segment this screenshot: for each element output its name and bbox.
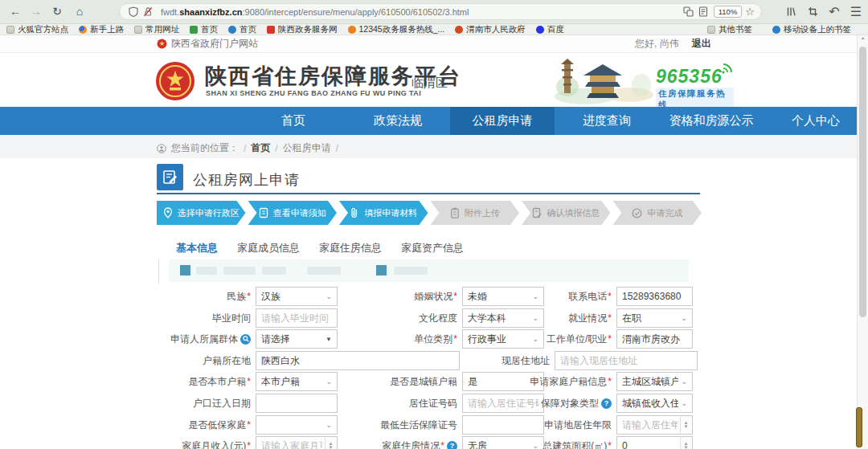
select-家庭住房情况[interactable]: 无房⌄	[462, 436, 544, 449]
number-spinner[interactable]: ▲▼	[680, 437, 691, 449]
location-person-icon	[157, 144, 166, 153]
input-工作单位/职业[interactable]: 渭南市房改办	[616, 329, 693, 349]
reader-mode-icon[interactable]	[696, 5, 710, 19]
field-label: 家庭住房情况*?	[338, 436, 462, 449]
label-text: 家庭住房情况	[382, 439, 440, 449]
number-spinner[interactable]: ▲▼	[325, 437, 336, 449]
field-value: 请选择	[261, 333, 323, 346]
greeting-text: 您好, 尚伟	[635, 37, 679, 51]
bookmark-item[interactable]: 12345政务服务热线_...	[348, 24, 445, 35]
check-circle-icon	[632, 208, 642, 218]
banner-checkbox-icon[interactable]	[180, 265, 190, 276]
number-spinner[interactable]: ▲▼	[680, 416, 691, 434]
menu-icon[interactable]: ☰	[849, 4, 863, 18]
form-row: 是否低保家庭*⌄最低生活保障证号申请地居住年限请输入居住年限▲▼	[157, 415, 693, 435]
field-label: 文化程度	[338, 308, 462, 328]
bookmark-star-icon[interactable]: ☆	[745, 6, 755, 18]
label-text: 现居住地址	[502, 354, 550, 368]
input-居住证号码[interactable]: 请输入居住证号码	[462, 394, 544, 413]
portal-link[interactable]: 陕西省政府门户网站	[157, 37, 258, 51]
url-bar[interactable]: fwdt.shaanxizfbz.cn:9080/intercept/ensur…	[119, 3, 762, 20]
question-help-icon[interactable]: ?	[601, 398, 612, 409]
breadcrumb-home[interactable]: 首页	[251, 141, 270, 155]
bookmark-item[interactable]: 常用网址	[134, 24, 179, 35]
shield-icon[interactable]	[126, 5, 141, 19]
select-保障对象类型[interactable]: 城镇低收入住房困难家⌄	[616, 394, 693, 413]
bookmark-item[interactable]: 陕西政务服务网	[267, 24, 338, 35]
input-户籍所在地[interactable]: 陕西白水	[256, 351, 460, 370]
nav-item-4[interactable]: 进度查询	[555, 107, 659, 135]
hotline-number: 965356	[656, 66, 723, 88]
form-tabs: 基本信息家庭成员信息家庭住房信息家庭资产信息	[176, 241, 464, 255]
chevron-down-icon: ⌄	[532, 442, 538, 449]
select-就业情况[interactable]: 在职⌄	[616, 308, 693, 328]
tab-3[interactable]: 家庭住房信息	[319, 241, 382, 255]
form-row: 户籍所在地陕西白水现居住地址请输入现居住地址	[157, 351, 698, 370]
reload-icon[interactable]: ↻	[48, 2, 66, 20]
nav-item-3[interactable]: 公租房申请	[450, 107, 555, 135]
bookmark-item[interactable]: 火狐官方站点	[6, 24, 68, 35]
field-value: 请输入居住证号码	[468, 397, 538, 410]
input-申请地居住年限[interactable]: 请输入居住年限▲▼	[616, 415, 693, 435]
translate-icon[interactable]	[682, 5, 696, 19]
library-icon[interactable]	[784, 4, 798, 18]
tab-4[interactable]: 家庭资产信息	[401, 241, 464, 255]
site-red-icon	[267, 26, 275, 34]
input-最低生活保障证号[interactable]	[462, 415, 544, 435]
undo-arrow-icon[interactable]: ↶	[827, 4, 841, 18]
nav-item-5[interactable]: 资格和房源公示	[659, 107, 764, 135]
select-申请人所属群体[interactable]: 请选择▼	[256, 329, 338, 349]
vertical-scrollbar[interactable]: ⌃	[857, 35, 868, 449]
scroll-up-arrow[interactable]: ⌃	[858, 35, 868, 46]
bookmark-item[interactable]: 百度	[536, 24, 564, 35]
nav-item-2[interactable]: 政策法规	[346, 107, 450, 135]
scrollbar-thumb[interactable]	[859, 47, 866, 317]
forward-icon[interactable]: →	[27, 2, 45, 20]
bookmark-item[interactable]: 渭南市人民政府	[455, 24, 526, 35]
select-是否低保家庭[interactable]: ⌄	[256, 415, 338, 435]
input-现居住地址[interactable]: 请输入现居住地址	[555, 351, 698, 370]
field-label: 保障对象类型?	[544, 394, 616, 413]
bookmark-item[interactable]: 其他书签	[707, 24, 752, 35]
logout-button[interactable]: 退出	[692, 37, 711, 51]
banner-checkbox-icon[interactable]	[376, 265, 387, 276]
zoom-level-chip[interactable]: 110%	[714, 6, 743, 18]
field-label: 现居住地址	[460, 351, 555, 370]
form-row: 家庭月收入(元)*请输入家庭月可支配▲▼家庭住房情况*?无房⌄总建筑面积(㎡)*…	[157, 436, 693, 449]
tab-2[interactable]: 家庭成员信息	[237, 241, 300, 255]
back-icon[interactable]: ←	[6, 2, 24, 20]
bookmark-item[interactable]: 首页	[228, 24, 256, 35]
field-label: 联系电话*	[544, 287, 616, 306]
input-联系电话[interactable]: 15289363680	[616, 287, 693, 306]
select-申请家庭户籍信息[interactable]: 主城区城镇户籍⌄	[616, 372, 693, 391]
nav-item-1[interactable]: 首页	[241, 107, 346, 135]
phone-icon	[772, 26, 780, 34]
group-search-help-icon[interactable]	[240, 334, 251, 345]
step-1[interactable]: 选择申请行政区	[157, 201, 246, 225]
tab-1[interactable]: 基本信息	[176, 241, 218, 255]
select-民族[interactable]: 汉族⌄	[256, 287, 338, 306]
site-title-pinyin: SHAN XI SHENG ZHU FANG BAO ZHANG FU WU P…	[206, 89, 421, 97]
input-户口迁入日期[interactable]	[256, 394, 338, 413]
breadcrumb-current[interactable]: 公租房申请	[283, 141, 331, 155]
input-家庭月收入(元)[interactable]: 请输入家庭月可支配▲▼	[256, 436, 338, 449]
input-总建筑面积(㎡)[interactable]: 0▲▼	[616, 436, 693, 449]
step-2[interactable]: 查看申请须知	[248, 201, 338, 225]
step-label: 查看申请须知	[273, 207, 326, 219]
nav-item-6[interactable]: 个人中心	[764, 107, 868, 135]
bookmark-item[interactable]: 首页	[190, 24, 218, 35]
step-3[interactable]: 填报申请材料	[339, 201, 428, 225]
home-icon[interactable]: ⌂	[71, 2, 88, 20]
input-毕业时间[interactable]: 请输入毕业时间	[256, 308, 338, 328]
question-help-icon[interactable]: ?	[447, 441, 457, 449]
select-单位类别[interactable]: 行政事业⌄	[462, 329, 544, 349]
insecure-lock-icon[interactable]	[141, 5, 155, 19]
screenshot-crop-icon[interactable]	[805, 4, 820, 18]
select-是否本市户籍[interactable]: 本市户籍⌄	[256, 372, 338, 391]
bookmark-label: 百度	[547, 24, 564, 35]
bookmark-item[interactable]: 移动设备上的书签	[772, 24, 851, 35]
select-文化程度[interactable]: 大学本科⌄	[462, 308, 544, 328]
select-婚姻状况[interactable]: 未婚⌄	[462, 287, 544, 306]
bookmark-item[interactable]: 新手上路	[79, 24, 124, 35]
field-label: 是否低保家庭*	[157, 415, 256, 435]
